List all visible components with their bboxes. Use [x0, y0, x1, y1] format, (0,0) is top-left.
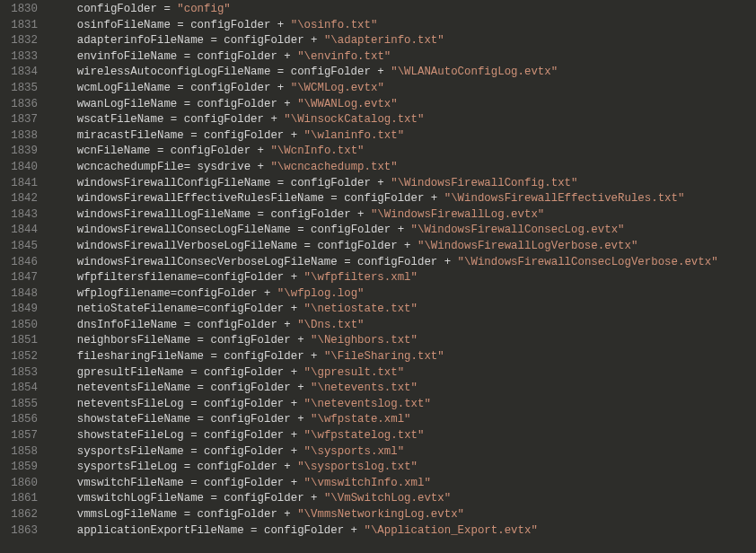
- operator-equals: =: [204, 350, 224, 363]
- line-number: 1859: [0, 460, 50, 476]
- operator-equals: =: [177, 461, 197, 473]
- identifier: vmmsLogFileName: [77, 508, 178, 521]
- code-content: windowsFirewallLogFileName = configFolde…: [50, 207, 756, 224]
- code-line: 1863 applicationExportFileName = configF…: [0, 523, 756, 540]
- identifier: configFolder: [204, 445, 284, 458]
- operator-plus: +: [284, 445, 303, 458]
- string-literal: "\gpresult.txt": [304, 366, 405, 379]
- string-literal: "\adapterinfo.txt": [324, 34, 444, 47]
- operator-equals: =: [190, 382, 210, 394]
- operator-plus: +: [258, 287, 277, 300]
- code-line: 1860 vmswitchFileName = configFolder + "…: [0, 476, 756, 492]
- operator-plus: +: [264, 113, 284, 126]
- line-number: 1855: [0, 397, 50, 413]
- code-content: filesharingFileName = configFolder + "\F…: [50, 349, 756, 365]
- operator-plus: +: [277, 319, 297, 331]
- line-number: 1856: [0, 412, 50, 428]
- operator-plus: +: [304, 34, 324, 47]
- string-literal: "\WindowsFirewallLog.evtx": [371, 208, 544, 221]
- line-number: 1845: [0, 239, 50, 255]
- operator-plus: +: [277, 98, 297, 110]
- code-line: 1855 neteventsFileLog = configFolder + "…: [0, 397, 756, 413]
- operator-equals: =: [177, 98, 197, 110]
- code-content: wfplogfilename=configFolder + "\wfplog.l…: [50, 286, 756, 303]
- identifier: sysdrive: [198, 161, 251, 173]
- operator-plus: +: [284, 271, 303, 284]
- identifier: configFolder: [204, 477, 284, 489]
- code-line: 1861 vmswitchLogFileName = configFolder …: [0, 491, 756, 507]
- identifier: sysportsFileLog: [77, 461, 178, 473]
- operator-equals: =: [198, 303, 204, 315]
- operator-plus: +: [398, 240, 418, 252]
- line-number: 1830: [0, 2, 50, 18]
- operator-equals: =: [177, 508, 197, 521]
- code-content: osinfoFileName = configFolder + "\osinfo…: [50, 18, 756, 34]
- operator-equals: =: [184, 398, 204, 410]
- code-line: 1831 osinfoFileName = configFolder + "\o…: [0, 18, 756, 34]
- operator-plus: +: [251, 161, 270, 173]
- line-number: 1849: [0, 302, 50, 318]
- string-literal: "\wlaninfo.txt": [304, 129, 405, 142]
- identifier: configFolder: [317, 240, 397, 252]
- line-number: 1841: [0, 176, 50, 192]
- identifier: configFolder: [210, 413, 290, 426]
- operator-equals: =: [324, 192, 344, 205]
- code-line: 1850 dnsInfoFileName = configFolder + "\…: [0, 318, 756, 334]
- string-literal: "\Application_Export.evtx": [365, 524, 538, 537]
- code-line: 1847 wfpfiltersfilename=configFolder + "…: [0, 270, 756, 286]
- operator-plus: +: [371, 66, 391, 78]
- code-line: 1843 windowsFirewallLogFileName = config…: [0, 207, 756, 224]
- code-editor[interactable]: 1830 configFolder = "config"1831 osinfoF…: [0, 0, 756, 539]
- string-literal: "\VmmsNetworkingLog.evtx": [297, 508, 464, 521]
- string-literal: "config": [177, 3, 231, 15]
- operator-plus: +: [351, 208, 371, 221]
- string-literal: "\sysports.xml": [304, 445, 405, 458]
- line-number: 1834: [0, 65, 50, 81]
- identifier: miracastFileName: [77, 129, 184, 142]
- code-content: netioStateFilename=configFolder + "\neti…: [50, 302, 756, 318]
- identifier: vmswitchLogFileName: [77, 492, 204, 505]
- line-number: 1836: [0, 97, 50, 113]
- operator-equals: =: [171, 82, 190, 94]
- line-number: 1839: [0, 144, 50, 160]
- identifier: configFolder: [264, 524, 344, 537]
- identifier: configFolder: [190, 19, 270, 31]
- string-literal: "\osinfo.txt": [291, 19, 378, 31]
- code-content: windowsFirewallVerboseLogFileName = conf…: [50, 239, 756, 255]
- operator-equals: =: [184, 129, 204, 142]
- string-literal: "\wfpfilters.xml": [304, 271, 418, 284]
- identifier: configFolder: [270, 208, 350, 221]
- code-content: neteventsFileLog = configFolder + "\nete…: [50, 397, 756, 413]
- identifier: windowsFirewallConfigFileName: [77, 177, 271, 189]
- operator-plus: +: [291, 413, 311, 426]
- identifier: windowsFirewallConsecLogFileName: [77, 224, 291, 236]
- string-literal: "\WindowsFirewallEffectiveRules.txt": [444, 192, 685, 205]
- operator-equals: =: [297, 240, 317, 252]
- operator-plus: +: [270, 19, 290, 31]
- code-content: wfpfiltersfilename=configFolder + "\wfpf…: [50, 270, 756, 286]
- code-content: miracastFileName = configFolder + "\wlan…: [50, 128, 756, 145]
- string-literal: "\VmSwitchLog.evtx": [324, 492, 451, 505]
- operator-equals: =: [190, 334, 210, 347]
- operator-equals: =: [184, 429, 204, 442]
- operator-plus: +: [391, 224, 410, 236]
- line-number: 1835: [0, 81, 50, 97]
- code-content: sysportsFileLog = configFolder + "\syspo…: [50, 460, 756, 476]
- code-line: 1839 wcnFileName = configFolder + "\WcnI…: [0, 144, 756, 160]
- code-line: 1857 showstateFileLog = configFolder + "…: [0, 428, 756, 444]
- operator-plus: +: [344, 524, 364, 537]
- string-literal: "\FileSharing.txt": [324, 350, 444, 363]
- operator-plus: +: [277, 508, 297, 521]
- identifier: gpresultFileName: [77, 366, 184, 379]
- identifier: wfplogfilename: [77, 287, 171, 300]
- string-literal: "\WindowsFirewallConsecLog.evtx": [411, 224, 625, 236]
- code-line: 1832 adapterinfoFileName = configFolder …: [0, 33, 756, 49]
- operator-equals: =: [184, 477, 204, 489]
- code-content: windowsFirewallConsecVerboseLogFileName …: [50, 255, 756, 271]
- identifier: adapterinfoFileName: [77, 34, 204, 47]
- identifier: configFolder: [204, 366, 284, 379]
- operator-plus: +: [291, 382, 311, 394]
- line-number: 1840: [0, 160, 50, 176]
- identifier: configFolder: [198, 50, 277, 63]
- operator-equals: =: [338, 256, 357, 268]
